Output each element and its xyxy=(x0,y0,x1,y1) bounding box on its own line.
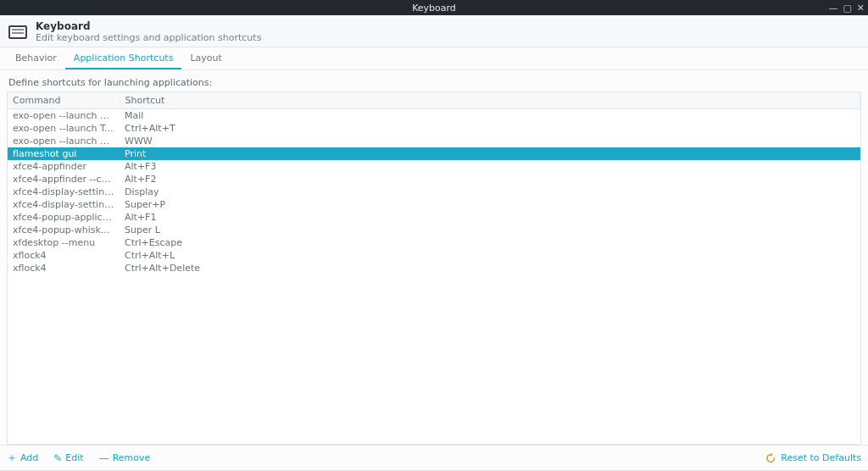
cell-command: xfce4-display-settings --minimal xyxy=(8,186,120,198)
cell-shortcut: Alt+F3 xyxy=(120,160,860,173)
shortcuts-table[interactable]: Command Shortcut exo-open --launch MailR… xyxy=(7,91,861,445)
pencil-icon: ✎ xyxy=(53,452,62,464)
cell-shortcut: Display xyxy=(120,186,860,198)
header-text: Keyboard Edit keyboard settings and appl… xyxy=(36,20,261,43)
close-window-icon[interactable]: ✕ xyxy=(857,3,865,14)
table-row[interactable]: flameshot guiPrint xyxy=(8,147,860,160)
remove-button[interactable]: — Remove xyxy=(99,452,151,464)
window-controls: — ▢ ✕ xyxy=(828,0,865,15)
column-header-command[interactable]: Command xyxy=(8,92,120,109)
cell-command: flameshot gui xyxy=(8,147,120,160)
define-label: Define shortcuts for launching applicati… xyxy=(7,74,861,91)
cell-command: xflock4 xyxy=(8,262,120,274)
cell-command: xflock4 xyxy=(8,249,120,262)
edit-button[interactable]: ✎ Edit xyxy=(53,452,83,464)
minus-icon: — xyxy=(99,452,109,464)
keyboard-icon xyxy=(8,25,27,39)
add-button[interactable]: ＋ Add xyxy=(7,451,38,465)
cell-command: exo-open --launch MailReader xyxy=(8,109,120,123)
edit-label: Edit xyxy=(65,452,83,463)
cell-command: xfce4-popup-whiskermenu xyxy=(8,224,120,236)
page-title: Keyboard xyxy=(36,20,261,32)
add-label: Add xyxy=(20,452,38,463)
table-header-row: Command Shortcut xyxy=(8,92,860,109)
cell-shortcut: Mail xyxy=(120,109,860,123)
tab-layout[interactable]: Layout xyxy=(181,47,230,69)
table-row[interactable]: xflock4Ctrl+Alt+L xyxy=(8,249,860,262)
cell-shortcut: Alt+F2 xyxy=(120,173,860,186)
page-subtitle: Edit keyboard settings and application s… xyxy=(36,32,261,43)
cell-shortcut: Ctrl+Alt+T xyxy=(120,122,860,135)
cell-command: xfce4-display-settings --minimal xyxy=(8,198,120,211)
cell-shortcut: Ctrl+Alt+L xyxy=(120,249,860,262)
table-row[interactable]: xfce4-display-settings --minimalDisplay xyxy=(8,186,860,198)
table-row[interactable]: xfce4-appfinder --collapsedAlt+F2 xyxy=(8,173,860,186)
cell-shortcut: Ctrl+Escape xyxy=(120,236,860,249)
tab-application-shortcuts[interactable]: Application Shortcuts xyxy=(65,47,182,69)
tab-bar: Behavior Application Shortcuts Layout xyxy=(0,47,868,70)
table-row[interactable]: exo-open --launch WebBrowserWWW xyxy=(8,135,860,147)
cell-shortcut: Print xyxy=(120,147,860,160)
window-title: Keyboard xyxy=(412,3,456,14)
cell-shortcut: Super+P xyxy=(120,198,860,211)
cell-command: exo-open --launch TerminalEmulator xyxy=(8,122,120,135)
minimize-icon[interactable]: — xyxy=(828,3,837,14)
table-row[interactable]: xfce4-appfinderAlt+F3 xyxy=(8,160,860,173)
cell-shortcut: Ctrl+Alt+Delete xyxy=(120,262,860,274)
table-row[interactable]: xfce4-popup-applicationsmenuAlt+F1 xyxy=(8,211,860,224)
cell-shortcut: Alt+F1 xyxy=(120,211,860,224)
cell-command: xfdesktop --menu xyxy=(8,236,120,249)
cell-shortcut: WWW xyxy=(120,135,860,147)
cell-shortcut: Super L xyxy=(120,224,860,236)
table-row[interactable]: exo-open --launch TerminalEmulatorCtrl+A… xyxy=(8,122,860,135)
column-header-shortcut[interactable]: Shortcut xyxy=(120,92,860,109)
cell-command: xfce4-appfinder xyxy=(8,160,120,173)
shortcuts-panel: Define shortcuts for launching applicati… xyxy=(0,70,868,445)
action-bar: ＋ Add ✎ Edit — Remove Reset to Defaults xyxy=(0,445,868,470)
header: Keyboard Edit keyboard settings and appl… xyxy=(0,15,868,47)
cell-command: exo-open --launch WebBrowser xyxy=(8,135,120,147)
table-row[interactable]: exo-open --launch MailReaderMail xyxy=(8,109,860,123)
titlebar: Keyboard — ▢ ✕ xyxy=(0,0,868,15)
remove-label: Remove xyxy=(113,452,151,463)
cell-command: xfce4-popup-applicationsmenu xyxy=(8,211,120,224)
cell-command: xfce4-appfinder --collapsed xyxy=(8,173,120,186)
plus-icon: ＋ xyxy=(7,451,17,465)
reset-label: Reset to Defaults xyxy=(781,452,861,463)
table-row[interactable]: xfce4-display-settings --minimalSuper+P xyxy=(8,198,860,211)
table-row[interactable]: xflock4Ctrl+Alt+Delete xyxy=(8,262,860,274)
table-row[interactable]: xfdesktop --menuCtrl+Escape xyxy=(8,236,860,249)
table-row[interactable]: xfce4-popup-whiskermenuSuper L xyxy=(8,224,860,236)
revert-icon xyxy=(765,453,776,463)
reset-defaults-button[interactable]: Reset to Defaults xyxy=(765,452,861,463)
maximize-icon[interactable]: ▢ xyxy=(843,3,851,14)
tab-behavior[interactable]: Behavior xyxy=(7,47,65,69)
